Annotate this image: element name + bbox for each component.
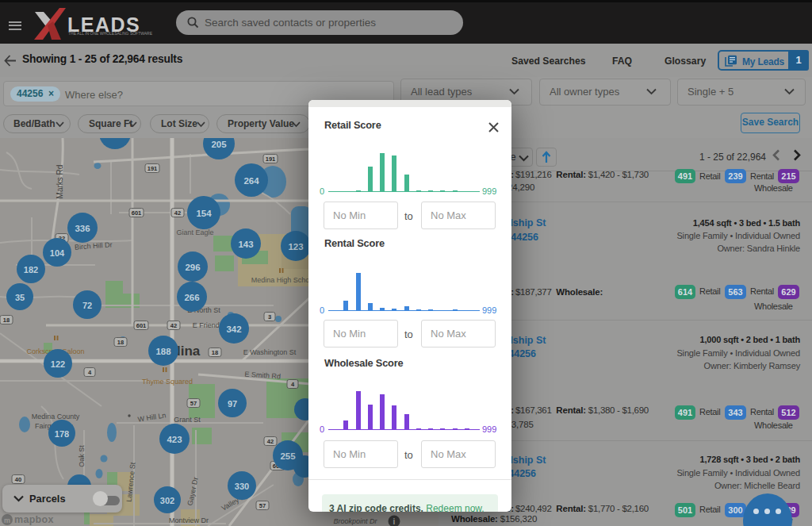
svg-text:205: 205 <box>211 140 227 149</box>
svg-text:123: 123 <box>288 242 303 251</box>
svg-text:42: 42 <box>170 322 177 329</box>
svg-text:mapbox: mapbox <box>14 514 54 525</box>
svg-text:255: 255 <box>280 451 296 461</box>
svg-text:266: 266 <box>184 293 199 302</box>
svg-text:Thyme Squared: Thyme Squared <box>142 378 193 386</box>
svg-text:18: 18 <box>117 339 124 346</box>
svg-text:342: 342 <box>226 324 241 334</box>
svg-text:104: 104 <box>50 248 65 258</box>
svg-text:178: 178 <box>55 429 69 439</box>
svg-text:188: 188 <box>155 347 171 356</box>
svg-text:330: 330 <box>235 482 249 491</box>
svg-text:191: 191 <box>147 165 158 172</box>
svg-text:i: i <box>393 517 396 526</box>
svg-text:18: 18 <box>3 317 10 324</box>
svg-text:42: 42 <box>267 438 274 445</box>
svg-text:336: 336 <box>75 224 90 233</box>
svg-text:264: 264 <box>243 176 259 186</box>
svg-text:57: 57 <box>259 502 266 509</box>
svg-text:122: 122 <box>51 359 65 369</box>
svg-text:Oak St: Oak St <box>78 445 86 467</box>
svg-text:18: 18 <box>212 349 218 356</box>
svg-text:Medina High Schoo: Medina High Schoo <box>251 276 314 284</box>
svg-text:Brookpoint Dr: Brookpoint Dr <box>333 517 377 525</box>
svg-text:35: 35 <box>15 293 25 302</box>
svg-text:Marks Rd: Marks Rd <box>56 165 64 199</box>
svg-text:Medina County: Medina County <box>32 413 80 420</box>
svg-text:302: 302 <box>160 496 174 505</box>
svg-text:Giant Eagle: Giant Eagle <box>176 228 213 236</box>
svg-text:40: 40 <box>15 476 21 483</box>
svg-text:Montview Dr: Montview Dr <box>169 516 209 524</box>
svg-text:E Washington St: E Washington St <box>243 348 297 356</box>
svg-text:423: 423 <box>167 435 182 444</box>
svg-text:154: 154 <box>196 209 212 218</box>
svg-text:3: 3 <box>268 313 271 321</box>
svg-text:296: 296 <box>185 263 200 272</box>
svg-text:m: m <box>4 516 10 524</box>
svg-text:Grant St: Grant St <box>174 416 201 424</box>
svg-text:601: 601 <box>132 209 142 217</box>
svg-text:182: 182 <box>24 265 38 275</box>
svg-text:57: 57 <box>190 400 197 407</box>
svg-text:42: 42 <box>174 209 181 217</box>
svg-text:143: 143 <box>238 240 253 249</box>
svg-text:72: 72 <box>82 301 92 310</box>
svg-text:97: 97 <box>228 399 237 409</box>
svg-text:601: 601 <box>136 322 147 329</box>
svg-text:191: 191 <box>266 155 276 163</box>
